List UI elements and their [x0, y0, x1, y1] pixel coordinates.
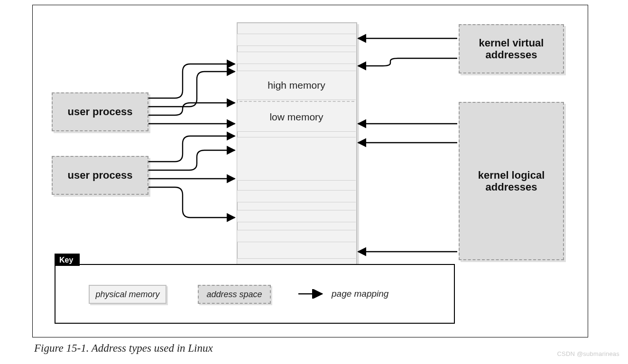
memory-low-label: low memory	[269, 111, 323, 123]
legend-address-space-label: address space	[206, 290, 262, 300]
memory-slab	[237, 190, 356, 202]
kernel-logical-label: kernel logical addresses	[478, 169, 545, 193]
kernel-virtual-box: kernel virtual addresses	[459, 24, 564, 73]
figure-frame: user process user process kernel virtual…	[32, 5, 588, 337]
user-process-box-1: user process	[52, 92, 148, 131]
kernel-virtual-label: kernel virtual addresses	[479, 37, 544, 61]
memory-low-row: low memory	[237, 103, 356, 132]
kernel-logical-box: kernel logical addresses	[459, 102, 564, 260]
user-process-1-label: user process	[68, 106, 133, 118]
memory-slab	[237, 52, 356, 64]
legend-swatch-solid: physical memory	[89, 285, 166, 304]
watermark: CSDN @submarineas	[557, 350, 619, 357]
legend-physical-label: physical memory	[95, 290, 159, 300]
legend-address-space: address space	[198, 285, 271, 304]
key-tab: Key	[55, 254, 80, 266]
legend-swatch-dashed: address space	[198, 285, 271, 304]
user-process-box-2: user process	[52, 156, 148, 195]
legend-page-mapping: page mapping	[297, 289, 388, 299]
memory-slab	[237, 210, 356, 222]
memory-slab	[237, 137, 356, 181]
key-box: Key physical memory address space	[55, 264, 455, 324]
figure-caption: Figure 15-1. Address types used in Linux	[34, 342, 213, 355]
legend-physical-memory: physical memory	[89, 285, 166, 304]
memory-high-label: high memory	[268, 80, 325, 91]
memory-separator	[240, 101, 354, 102]
page: user process user process kernel virtual…	[0, 0, 628, 364]
physical-memory-column: high memory low memory	[237, 22, 357, 280]
memory-high-row: high memory	[237, 71, 356, 100]
key-tab-label: Key	[59, 256, 73, 264]
memory-slab	[237, 34, 356, 46]
arrow-icon	[297, 289, 325, 299]
memory-slab	[237, 230, 356, 242]
legend-page-mapping-label: page mapping	[332, 289, 388, 299]
user-process-2-label: user process	[68, 169, 133, 181]
